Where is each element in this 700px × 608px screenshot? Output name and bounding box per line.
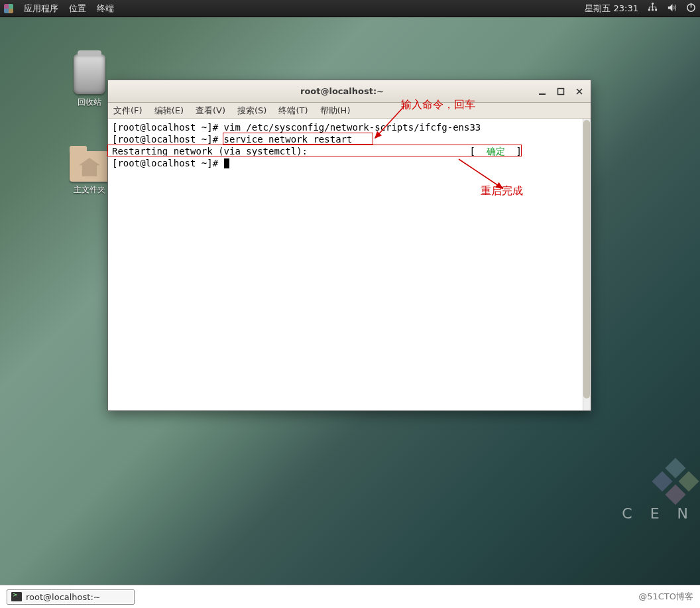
menu-places[interactable]: 位置 xyxy=(69,3,86,15)
network-icon[interactable] xyxy=(648,3,658,15)
menubar: 文件(F) 编辑(E) 查看(V) 搜索(S) 终端(T) 帮助(H) xyxy=(108,103,591,119)
menu-file[interactable]: 文件(F) xyxy=(113,105,143,117)
terminal-icon xyxy=(11,592,22,601)
terminal-cursor xyxy=(224,158,229,168)
svg-rect-5 xyxy=(691,3,692,7)
menu-view[interactable]: 查看(V) xyxy=(196,105,225,117)
terminal-ok-text: 确定 xyxy=(487,146,505,156)
menu-edit[interactable]: 编辑(E) xyxy=(154,105,184,117)
terminal-line-2-cmd: service network restart xyxy=(224,134,353,145)
top-panel-left: 应用程序 位置 终端 xyxy=(4,3,114,15)
volume-icon[interactable] xyxy=(667,3,677,15)
terminal-body[interactable]: [root@localhost ~]# vim /etc/sysconfig/n… xyxy=(108,119,591,410)
menu-search[interactable]: 搜索(S) xyxy=(237,105,266,117)
maximize-button[interactable] xyxy=(555,86,567,97)
minimize-button[interactable] xyxy=(536,86,548,97)
svg-rect-1 xyxy=(648,9,650,11)
scrollbar-thumb[interactable] xyxy=(583,120,590,398)
svg-rect-6 xyxy=(539,93,546,95)
close-button[interactable] xyxy=(573,86,585,97)
menu-applications[interactable]: 应用程序 xyxy=(24,3,58,15)
gnome-icon xyxy=(4,4,13,13)
window-title: root@localhost:~ xyxy=(148,86,536,96)
clock[interactable]: 星期五 23:31 xyxy=(585,3,638,15)
terminal-line-1: [root@localhost ~]# vim /etc/sysconfig/n… xyxy=(112,122,481,133)
scrollbar[interactable] xyxy=(583,119,591,410)
titlebar[interactable]: root@localhost:~ xyxy=(108,80,591,103)
top-panel-right: 星期五 23:31 xyxy=(585,3,696,15)
desktop: 应用程序 位置 终端 星期五 23:31 回收站 主文件夹 root@l xyxy=(0,0,700,608)
terminal-line-2-prompt: [root@localhost ~]# xyxy=(112,134,224,145)
svg-rect-3 xyxy=(655,9,657,11)
terminal-line-3-restart: Restarting network (via systemctl): xyxy=(112,146,308,156)
watermark: @51CTO博客 xyxy=(638,591,693,603)
bottom-bar: root@localhost:~ @51CTO博客 xyxy=(0,585,700,608)
trash-icon xyxy=(74,54,105,94)
window-buttons xyxy=(536,86,585,97)
home-folder-icon xyxy=(70,151,109,182)
taskbar-terminal-button[interactable]: root@localhost:~ xyxy=(7,589,135,605)
power-icon[interactable] xyxy=(686,3,696,15)
terminal-line-4-prompt: [root@localhost ~]# xyxy=(112,158,224,168)
centos-text: C E N xyxy=(622,505,695,522)
svg-rect-0 xyxy=(652,3,654,5)
svg-rect-2 xyxy=(652,9,654,11)
menu-terminal-shortcut[interactable]: 终端 xyxy=(97,3,114,15)
centos-logo xyxy=(655,461,696,502)
menu-terminal[interactable]: 终端(T) xyxy=(278,105,308,117)
menu-help[interactable]: 帮助(H) xyxy=(320,105,351,117)
svg-rect-7 xyxy=(558,88,564,94)
taskbar-terminal-label: root@localhost:~ xyxy=(26,592,101,602)
terminal-window: root@localhost:~ 文件(F) 编辑(E) 查看(V) 搜索(S)… xyxy=(107,80,591,411)
top-panel: 应用程序 位置 终端 星期五 23:31 xyxy=(0,0,700,17)
